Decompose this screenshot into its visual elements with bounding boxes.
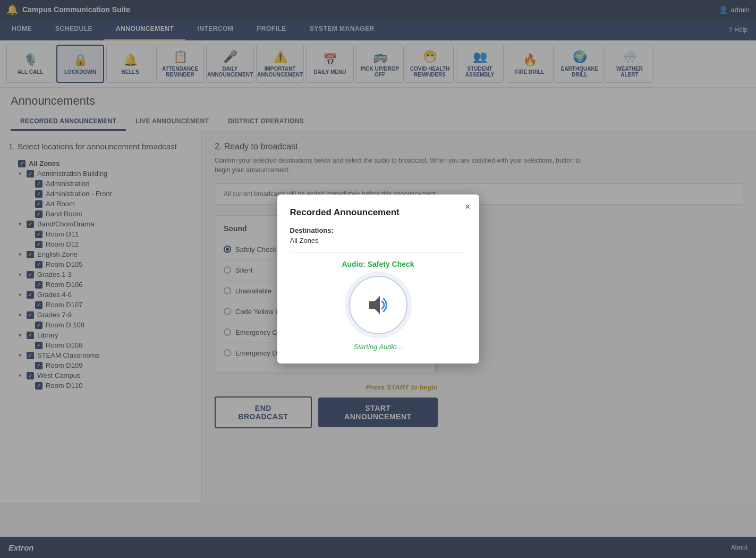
modal-close-button[interactable]: × xyxy=(465,202,471,212)
modal-dialog: Recorded Announcement × Destinations: Al… xyxy=(277,195,479,363)
modal-overlay: Recorded Announcement × Destinations: Al… xyxy=(0,0,756,558)
audio-value-text: Safety Check xyxy=(368,260,414,268)
modal-title: Recorded Announcement xyxy=(290,207,466,218)
modal-speaker-circle xyxy=(349,276,407,334)
svg-marker-0 xyxy=(369,296,380,314)
audio-label-text: Audio: xyxy=(342,260,365,268)
modal-dest-label: Destinations: xyxy=(290,226,466,234)
modal-divider xyxy=(290,252,466,252)
modal-audio-label: Audio: Safety Check xyxy=(290,260,466,268)
modal-status: Starting Audio... xyxy=(290,343,466,351)
speaker-icon xyxy=(365,292,392,318)
modal-dest-value: All Zones xyxy=(290,236,466,244)
